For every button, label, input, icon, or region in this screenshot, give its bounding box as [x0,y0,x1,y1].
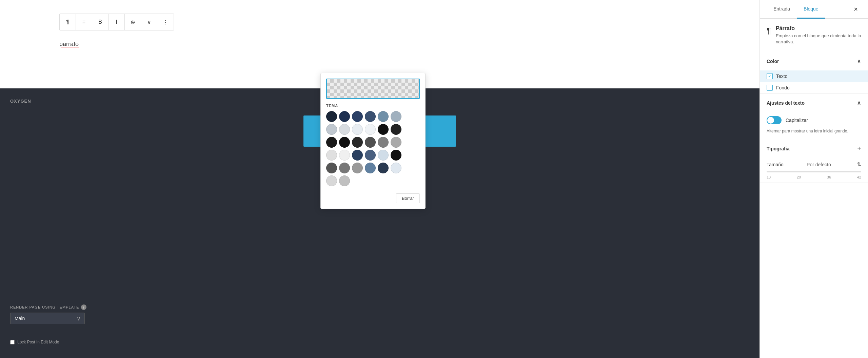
color-swatch[interactable] [339,150,350,161]
template-select[interactable]: Main [10,313,85,324]
sidebar-tabs: Entrada Bloque × [760,0,868,19]
lock-label: Lock Post In Edit Mode [17,340,59,344]
render-label: RENDER PAGE USING TEMPLATE i [10,304,86,310]
tick-20: 20 [797,175,801,179]
color-swatch[interactable] [365,111,376,122]
size-row: Tamaño Por defecto ⇅ [760,158,868,171]
color-swatch[interactable] [365,124,376,135]
block-description: Empieza con el bloque que cimienta toda … [776,33,861,45]
lock-checkbox[interactable] [10,340,15,344]
color-swatch[interactable] [339,124,350,135]
color-swatch[interactable] [391,150,401,161]
color-swatch[interactable] [391,137,401,148]
color-swatch[interactable] [352,111,363,122]
fondo-checkbox[interactable] [767,85,773,91]
size-label: Tamaño [767,162,784,167]
lock-checkbox-row: Lock Post In Edit Mode [10,340,59,344]
texto-checkbox[interactable] [767,73,773,79]
borrar-button[interactable]: Borrar [396,193,420,203]
align-button[interactable]: ≡ [76,14,92,30]
color-swatch[interactable] [326,175,337,186]
block-toolbar: ¶ ≡ B I ⊕ ∨ ⋮ [59,14,174,30]
bold-button[interactable]: B [92,14,108,30]
color-swatch[interactable] [391,163,401,173]
color-swatch[interactable] [326,163,337,173]
capitalize-toggle[interactable] [767,116,782,124]
tema-label: TEMA [326,104,420,108]
editor-area: ¶ ≡ B I ⊕ ∨ ⋮ parrafo OXYGEN Edit with O… [0,0,760,358]
color-fondo-option[interactable]: Fondo [760,82,868,93]
size-ticks: 13 20 36 42 [767,174,861,179]
tick-36: 36 [827,175,831,179]
link-button[interactable]: ⊕ [125,14,141,30]
text-adjust-title: Ajustes del texto [767,100,805,106]
text-adjust-toggle-icon: ∧ [857,99,861,107]
color-section: Color ∧ Texto Fondo [760,52,868,94]
color-section-title: Color [767,59,779,64]
italic-button[interactable]: I [108,14,125,30]
color-swatch[interactable] [378,111,389,122]
size-slider-row: 13 20 36 42 [760,171,868,183]
close-sidebar-button[interactable]: × [850,2,861,17]
color-swatch[interactable] [352,137,363,148]
render-section: RENDER PAGE USING TEMPLATE i Main [10,304,86,324]
color-swatch[interactable] [326,137,337,148]
capitalize-label: Capitalizar [786,118,808,123]
capitalize-desc: Alternar para mostrar una letra inicial … [760,128,868,139]
color-swatch[interactable] [339,137,350,148]
size-slider-track[interactable] [767,171,861,172]
template-select-wrapper: Main [10,313,85,324]
text-adjust-section: Ajustes del texto ∧ Capitalizar Alternar… [760,94,868,139]
toggle-knob [767,117,774,124]
typography-section: Tipografía + Tamaño Por defecto ⇅ 13 20 … [760,139,868,183]
color-swatch[interactable] [339,111,350,122]
typography-add-icon[interactable]: + [857,145,861,152]
block-type-icon: ¶ [767,26,771,36]
color-swatch[interactable] [326,150,337,161]
color-swatch[interactable] [352,124,363,135]
tick-13: 13 [767,175,771,179]
color-swatch[interactable] [365,137,376,148]
text-adjust-header[interactable]: Ajustes del texto ∧ [760,94,868,112]
block-info: ¶ Párrafo Empieza con el bloque que cimi… [760,19,868,52]
color-swatch[interactable] [378,124,389,135]
color-swatch[interactable] [326,124,337,135]
block-title: Párrafo [776,25,861,31]
color-swatch[interactable] [352,163,363,173]
render-info-icon[interactable]: i [81,304,86,310]
size-value: Por defecto [807,162,831,167]
tick-42: 42 [857,175,861,179]
color-swatches-row5 [326,163,420,173]
typography-header[interactable]: Tipografía + [760,139,868,158]
more-options-button[interactable]: ∨ [141,14,157,30]
tab-bloque[interactable]: Bloque [797,0,825,19]
texto-label: Texto [776,73,787,79]
color-swatch[interactable] [339,163,350,173]
color-swatch[interactable] [391,111,401,122]
color-swatch[interactable] [326,111,337,122]
color-swatches-row2 [326,124,420,135]
color-swatches-row3 [326,137,420,148]
typography-title: Tipografía [767,146,789,151]
paragraph-button[interactable]: ¶ [60,14,76,30]
color-preview[interactable] [326,79,420,99]
tab-entrada[interactable]: Entrada [767,0,797,19]
color-swatch[interactable] [352,150,363,161]
color-swatch[interactable] [365,163,376,173]
color-swatch[interactable] [378,163,389,173]
size-adjust-icon[interactable]: ⇅ [857,161,861,168]
extra-options-button[interactable]: ⋮ [157,14,174,30]
capitalize-row: Capitalizar [760,112,868,128]
color-section-header[interactable]: Color ∧ [760,52,868,70]
paragraph-text[interactable]: parrafo [59,41,79,48]
color-swatch[interactable] [378,137,389,148]
color-swatches-row6 [326,175,420,186]
color-picker-popup: TEMA [320,73,426,209]
color-swatch[interactable] [378,150,389,161]
color-swatch[interactable] [365,150,376,161]
color-swatch[interactable] [339,175,350,186]
color-swatches-row1 [326,111,420,122]
color-swatch[interactable] [391,124,401,135]
color-swatches-row4 [326,150,420,161]
color-texto-option[interactable]: Texto [760,70,868,82]
